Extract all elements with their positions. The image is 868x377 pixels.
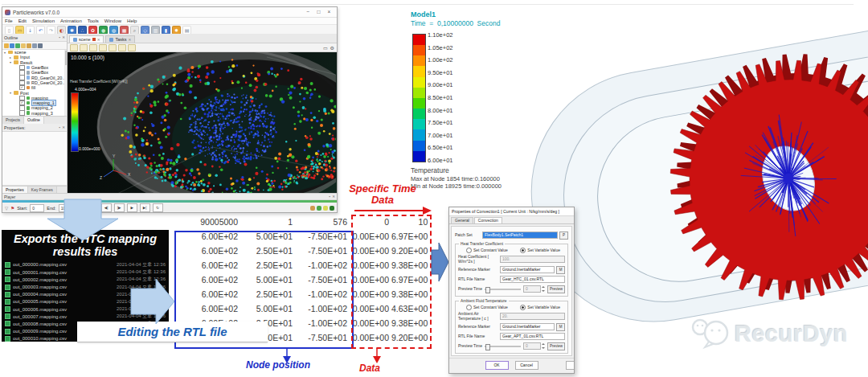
tree-scrollbar[interactable]	[64, 50, 67, 116]
tab-projects[interactable]: Projects	[2, 117, 24, 124]
live-icon[interactable]	[330, 206, 334, 211]
fit-view-icon[interactable]	[70, 44, 78, 51]
outline-panel-header: Outline ▪ ✕	[2, 34, 67, 42]
settings-gear-icon[interactable]: ⚙	[330, 45, 334, 51]
legend-color-segment	[413, 35, 425, 45]
zoom-in-icon[interactable]	[89, 44, 97, 51]
ok-button[interactable]: OK	[485, 361, 509, 370]
next-frame-button[interactable]: ▶	[127, 203, 137, 212]
close-button[interactable]: ×	[324, 8, 334, 16]
player-end-field[interactable]: 100	[59, 204, 73, 212]
add-item-icon[interactable]	[15, 43, 20, 48]
list-item[interactable]: out_000005.mapping.csv2021-04-04 오후 12:3…	[2, 298, 169, 305]
rtl-cell: 576	[295, 215, 350, 229]
marker-picker-button[interactable]: M	[556, 266, 565, 274]
menu-edit[interactable]: Edit	[18, 18, 27, 23]
checkbox[interactable]	[19, 110, 25, 116]
snapshot-icon[interactable]	[323, 206, 328, 211]
legend-tick-label: 7.50e+01	[428, 119, 453, 126]
record-icon[interactable]	[317, 206, 321, 211]
patch-set-field[interactable]: FlexBody1.SetPatch1	[482, 232, 558, 239]
refresh-icon[interactable]	[32, 43, 37, 48]
tab-scene[interactable]: scene✕	[69, 35, 104, 43]
close-panel-icon[interactable]: ✕	[332, 195, 335, 199]
ambient-fluid-temperature-group: Ambient Fluid Temperature Set Constant V…	[455, 301, 568, 354]
preview-time-slider[interactable]	[485, 286, 521, 292]
tab-general[interactable]: General	[451, 217, 473, 223]
menu-file[interactable]: File	[5, 18, 13, 23]
home-icon[interactable]	[4, 43, 9, 48]
partial-button[interactable]	[566, 361, 575, 370]
preview-button[interactable]: Preview	[547, 285, 565, 293]
list-item[interactable]: out_000002.mapping.csv2021-04-04 오후 12:3…	[2, 276, 169, 283]
tab-convection[interactable]: Convection	[474, 217, 502, 223]
step-back-button[interactable]: ◀|	[101, 203, 112, 212]
list-item[interactable]: out_000004.mapping.csv2021-04-04 오후 12:3…	[2, 291, 169, 298]
loop-button[interactable]: ↻	[153, 203, 163, 212]
folder2-icon[interactable]	[27, 43, 31, 48]
menu-window[interactable]: Window	[104, 18, 121, 23]
list-item[interactable]: out_000003.mapping.csv2021-04-04 오후 12:3…	[2, 283, 169, 290]
list-item[interactable]: out_000006.mapping.csv2021-04-04 오후 12:3…	[2, 305, 169, 313]
viewport-colorbar-max: 4.000e+004	[75, 87, 96, 92]
legend-color-segment	[413, 45, 425, 55]
close-tab-icon[interactable]: ✕	[97, 38, 100, 42]
flag-icon[interactable]: ⚑	[10, 206, 14, 211]
iso-view-icon[interactable]	[128, 44, 136, 51]
menu-tools[interactable]: Tools	[88, 18, 99, 23]
player-end-label: End:	[47, 206, 55, 211]
pan-view-icon[interactable]	[108, 44, 117, 51]
close-panel-icon[interactable]: ✕	[62, 35, 65, 39]
filter-icon[interactable]	[10, 43, 14, 48]
filter-icon[interactable]: ▽	[5, 206, 8, 211]
front-view-icon[interactable]	[118, 44, 126, 51]
list-icon[interactable]	[38, 43, 43, 48]
close-tab-icon[interactable]: ✕	[129, 38, 132, 42]
zoom-select-icon[interactable]	[80, 44, 88, 51]
tab-tasks[interactable]: Tasks✕	[105, 35, 135, 43]
checkbox[interactable]: ✓	[19, 85, 25, 91]
go-first-button[interactable]: |◀	[76, 203, 86, 212]
viewport-3d-canvas[interactable]: YXZ 10.000 s (100) Heat Transfer Coeffic…	[68, 52, 337, 194]
list-item[interactable]: out_000007.mapping.csv2021-04-04 오후 12:3…	[2, 313, 169, 320]
reference-marker-field[interactable]: Ground.InertiaMarker	[500, 266, 555, 273]
maximize-button[interactable]: □	[313, 8, 324, 16]
dock-icon[interactable]: ▪	[330, 195, 331, 199]
rotate-view-icon[interactable]	[99, 44, 107, 51]
monitor-icon[interactable]: ▭	[323, 45, 328, 51]
radio-set-constant-value[interactable]: Set Constant Value	[466, 305, 508, 310]
list-item[interactable]: out_000001.mapping.csv2021-04-04 오후 12:3…	[2, 268, 169, 276]
menu-help[interactable]: Help	[127, 18, 137, 23]
tab-outline[interactable]: Outline	[24, 117, 44, 124]
rtl-file-name-field[interactable]: Gear_HTC_01.csv.RTL	[500, 276, 565, 283]
folder-icon[interactable]	[21, 43, 26, 48]
file-date: 2021-04-04 오후 12:36	[117, 276, 166, 283]
screenshot-root: Particleworks v7.0.0 −□× FileEditSimulat…	[0, 0, 868, 377]
preview-time-slider[interactable]	[485, 343, 521, 349]
marker-picker-button[interactable]: M	[556, 323, 565, 331]
step-forward-button[interactable]: |▶	[114, 203, 125, 212]
radio-set-constant-value[interactable]: Set Constant Value	[466, 248, 508, 253]
preview-time-spinner[interactable]	[542, 343, 546, 349]
capture-icon[interactable]	[310, 206, 315, 211]
menu-animation[interactable]: Animation	[60, 18, 82, 23]
app-icon	[5, 10, 10, 15]
dock-icon[interactable]: ▪	[59, 35, 61, 39]
preview-button[interactable]: Preview	[547, 342, 565, 350]
prev-frame-button[interactable]: ◀	[88, 203, 99, 212]
radio-set-variable-value[interactable]: Set Variable Value	[520, 248, 560, 253]
properties-panel-title: Properties:	[4, 125, 26, 130]
reference-marker-field[interactable]: Ground.InertiaMarker	[500, 323, 555, 330]
minimize-button[interactable]: −	[303, 8, 313, 16]
dock-icon[interactable]: ▪	[59, 125, 61, 129]
patch-picker-button[interactable]: P	[559, 232, 568, 240]
list-item[interactable]: out_000000.mapping.csv2021-04-04 오후 12:3…	[2, 261, 169, 268]
close-panel-icon[interactable]: ✕	[62, 125, 65, 129]
menu-simulation[interactable]: Simulation	[32, 18, 55, 23]
radio-set-variable-value[interactable]: Set Variable Value	[520, 305, 560, 310]
go-last-button[interactable]: ▶|	[140, 203, 150, 212]
preview-time-spinner[interactable]	[542, 286, 546, 292]
player-start-field[interactable]: 0	[30, 204, 44, 212]
rtl-file-name-field[interactable]: Gear_APT_01.csv.RTL	[500, 333, 565, 340]
cancel-button[interactable]: Cancel	[515, 361, 538, 370]
